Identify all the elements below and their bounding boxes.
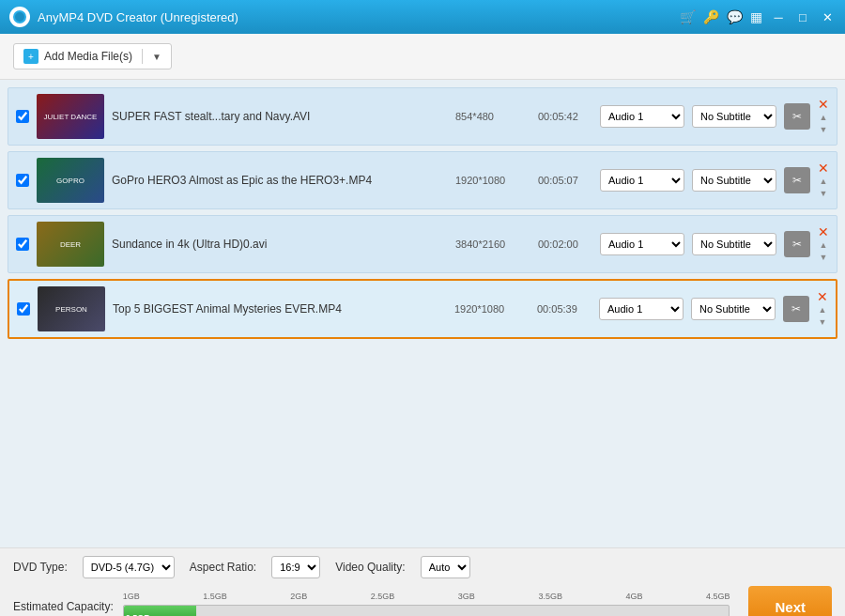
capacity-ticks: 1GB1.5GB2GB2.5GB3GB3.5GB4GB4.5GB <box>123 592 730 601</box>
add-icon: + <box>23 49 38 64</box>
media-checkbox-1[interactable] <box>16 110 29 123</box>
help-icon[interactable]: 💬 <box>727 9 743 24</box>
media-checkbox-4[interactable] <box>17 302 30 316</box>
capacity-tick: 2GB <box>290 592 307 601</box>
media-resolution-1: 854*480 <box>455 111 530 122</box>
capacity-tick: 1GB <box>123 592 140 601</box>
media-row-controls-1: ✕ ▲ ▼ <box>818 98 829 135</box>
media-checkbox-3[interactable] <box>16 238 29 251</box>
delete-button-2[interactable]: ✕ <box>818 162 829 175</box>
audio-select-3[interactable]: Audio 1 Audio 2 <box>600 233 684 255</box>
capacity-tick: 4GB <box>625 592 642 601</box>
capacity-tick: 2.5GB <box>371 592 395 601</box>
capacity-tick: 1.5GB <box>203 592 227 601</box>
cart-icon[interactable]: 🛒 <box>680 9 696 24</box>
media-row: PERSON Top 5 BIGGEST Animal Mysteries EV… <box>8 279 837 339</box>
title-bar: AnyMP4 DVD Creator (Unregistered) 🛒 🔑 💬 … <box>0 0 845 34</box>
aspect-ratio-label: Aspect Ratio: <box>190 561 256 574</box>
toolbar: + Add Media File(s) ▼ <box>0 34 845 80</box>
media-filename-2: GoPro HERO3 Almost as Epic as the HERO3+… <box>112 174 448 187</box>
app-title: AnyMP4 DVD Creator (Unregistered) <box>38 10 680 24</box>
delete-button-1[interactable]: ✕ <box>818 98 829 111</box>
delete-button-4[interactable]: ✕ <box>817 290 828 303</box>
media-row-controls-4: ✕ ▲ ▼ <box>817 290 828 328</box>
media-thumbnail-3: DEER <box>37 222 104 267</box>
dvd-type-select[interactable]: DVD-5 (4.7G) <box>83 556 175 578</box>
dropdown-arrow-icon: ▼ <box>152 52 161 62</box>
media-row-actions-3: ✂ <box>784 231 810 257</box>
audio-select-1[interactable]: Audio 1 Audio 2 <box>600 105 684 128</box>
move-up-4[interactable]: ▲ <box>819 305 827 316</box>
media-row-actions-4: ✂ <box>783 296 809 322</box>
media-filename-3: Sundance in 4k (Ultra HD)0.avi <box>112 238 448 251</box>
thumb-text: PERSON <box>38 286 105 331</box>
restore-button[interactable]: □ <box>794 8 811 25</box>
move-up-3[interactable]: ▲ <box>820 240 828 251</box>
edit-button-1[interactable]: ✂ <box>784 103 810 130</box>
move-down-1[interactable]: ▼ <box>820 125 828 135</box>
media-row: JULIET DANCE SUPER FAST stealt...tary an… <box>8 87 837 146</box>
thumb-text: JULIET DANCE <box>37 94 104 139</box>
footer-capacity-row: Estimated Capacity: 1GB1.5GB2GB2.5GB3GB3… <box>13 586 832 616</box>
dvd-type-label: DVD Type: <box>13 561 68 574</box>
edit-button-3[interactable]: ✂ <box>784 231 810 257</box>
media-duration-2: 00:05:07 <box>538 175 592 186</box>
footer: DVD Type: DVD-5 (4.7G) Aspect Ratio: 16:… <box>0 547 845 616</box>
minimize-button[interactable]: ─ <box>770 8 787 25</box>
media-row-actions-2: ✂ <box>784 167 810 193</box>
media-list: JULIET DANCE SUPER FAST stealt...tary an… <box>0 80 845 547</box>
move-down-3[interactable]: ▼ <box>820 253 828 263</box>
audio-select-4[interactable]: Audio 1 Audio 2 <box>599 298 684 320</box>
edit-button-2[interactable]: ✂ <box>784 167 810 193</box>
thumb-text: GOPRO <box>37 158 104 203</box>
subtitle-select-1[interactable]: No Subtitle Subtitle 1 <box>692 105 776 128</box>
media-duration-1: 00:05:42 <box>538 111 592 122</box>
media-checkbox-2[interactable] <box>16 174 29 187</box>
media-filename-1: SUPER FAST stealt...tary and Navy.AVI <box>112 110 448 123</box>
media-duration-4: 00:05:39 <box>537 303 592 315</box>
media-row: DEER Sundance in 4k (Ultra HD)0.avi 3840… <box>8 215 837 273</box>
estimated-capacity-label: Estimated Capacity: <box>13 600 114 613</box>
capacity-tick: 3.5GB <box>538 592 562 601</box>
capacity-tick: 3GB <box>458 592 475 601</box>
move-up-1[interactable]: ▲ <box>820 113 828 123</box>
edit-button-4[interactable]: ✂ <box>783 296 809 322</box>
subtitle-select-3[interactable]: No Subtitle Subtitle 1 <box>692 233 776 255</box>
next-button[interactable]: Next <box>748 586 832 616</box>
move-down-2[interactable]: ▼ <box>820 189 828 199</box>
video-quality-label: Video Quality: <box>335 561 406 574</box>
audio-select-2[interactable]: Audio 1 Audio 2 <box>600 169 684 192</box>
app-logo <box>9 7 30 27</box>
media-thumbnail-1: JULIET DANCE <box>37 94 104 139</box>
aspect-ratio-select[interactable]: 16:9 <box>271 556 320 578</box>
thumb-text: DEER <box>37 222 104 267</box>
media-thumbnail-2: GOPRO <box>37 158 104 203</box>
capacity-wrapper: 1GB1.5GB2GB2.5GB3GB3.5GB4GB4.5GB 0.5GB <box>123 605 730 616</box>
media-thumbnail-4: PERSON <box>38 286 105 331</box>
key-icon[interactable]: 🔑 <box>703 9 719 24</box>
media-duration-3: 00:02:00 <box>538 239 592 250</box>
media-resolution-3: 3840*2160 <box>455 239 530 250</box>
media-row: GOPRO GoPro HERO3 Almost as Epic as the … <box>8 151 837 209</box>
capacity-bar: 0.5GB <box>123 605 730 616</box>
media-row-controls-2: ✕ ▲ ▼ <box>818 162 829 199</box>
footer-settings-row: DVD Type: DVD-5 (4.7G) Aspect Ratio: 16:… <box>13 556 832 578</box>
media-filename-4: Top 5 BIGGEST Animal Mysteries EVER.MP4 <box>113 302 447 316</box>
menu-icon[interactable]: ▦ <box>750 9 762 24</box>
media-row-actions-1: ✂ <box>784 103 810 130</box>
subtitle-select-4[interactable]: No Subtitle Subtitle 1 <box>691 298 776 320</box>
video-quality-select[interactable]: Auto <box>421 556 470 578</box>
add-media-button[interactable]: + Add Media File(s) ▼ <box>13 43 172 69</box>
window-controls: 🛒 🔑 💬 ▦ ─ □ ✕ <box>680 8 836 25</box>
move-down-4[interactable]: ▼ <box>819 317 827 328</box>
add-media-label: Add Media File(s) <box>44 50 132 63</box>
close-button[interactable]: ✕ <box>819 8 836 25</box>
subtitle-select-2[interactable]: No Subtitle Subtitle 1 <box>692 169 776 192</box>
capacity-bar-fill: 0.5GB <box>124 606 196 616</box>
move-up-2[interactable]: ▲ <box>820 177 828 187</box>
btn-divider <box>142 49 143 64</box>
media-resolution-2: 1920*1080 <box>455 175 530 186</box>
media-row-controls-3: ✕ ▲ ▼ <box>818 225 829 263</box>
media-resolution-4: 1920*1080 <box>454 303 530 315</box>
delete-button-3[interactable]: ✕ <box>818 225 829 239</box>
